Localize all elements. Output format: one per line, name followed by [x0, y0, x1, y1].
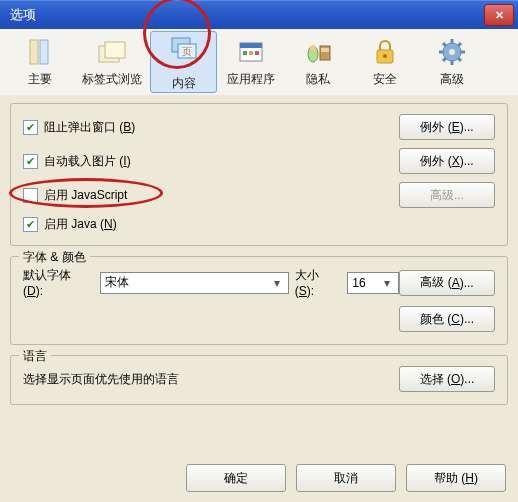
checkbox-icon — [23, 217, 38, 232]
tab-apps-label: 应用程序 — [227, 71, 275, 88]
size-select[interactable]: 16 ▾ — [347, 272, 399, 294]
dialog-footer: 确定 取消 帮助 (H) — [186, 464, 506, 492]
autoload-images-checkbox[interactable]: 自动载入图片 (I) — [23, 153, 131, 170]
size-value: 16 — [352, 276, 365, 290]
block-popup-checkbox[interactable]: 阻止弹出窗口 (B) — [23, 119, 135, 136]
fonts-group: 字体 & 颜色 默认字体 (D): 宋体 ▾ 大小 (S): 16 ▾ 高级 (… — [10, 256, 508, 345]
tab-tabbed-label: 标签式浏览 — [82, 71, 142, 88]
block-popup-label: 阻止弹出窗口 (B) — [44, 119, 135, 136]
content-group: 阻止弹出窗口 (B) 例外 (E)... 自动载入图片 (I) 例外 (X)..… — [10, 103, 508, 246]
gear-icon — [436, 36, 468, 68]
checkbox-icon — [23, 188, 38, 203]
language-group: 语言 选择显示页面优先使用的语言 选择 (O)... — [10, 355, 508, 405]
close-button[interactable]: ✕ — [484, 4, 514, 26]
content-icon: 页 — [168, 32, 200, 64]
tab-advanced-label: 高级 — [440, 71, 464, 88]
svg-line-25 — [458, 58, 461, 61]
enable-java-checkbox[interactable]: 启用 Java (N) — [23, 216, 117, 233]
tab-content[interactable]: 页 内容 — [150, 31, 217, 93]
enable-java-label: 启用 Java (N) — [44, 216, 117, 233]
svg-line-27 — [458, 43, 461, 46]
tab-privacy[interactable]: 隐私 — [284, 31, 351, 93]
tab-tabbed[interactable]: 标签式浏览 — [73, 31, 150, 93]
svg-rect-15 — [321, 48, 329, 52]
titlebar: 选项 ✕ — [0, 0, 518, 29]
enable-js-label: 启用 JavaScript — [44, 187, 127, 204]
svg-rect-0 — [30, 40, 38, 64]
chevron-down-icon: ▾ — [270, 276, 284, 290]
size-label: 大小 (S): — [295, 267, 341, 298]
svg-point-17 — [383, 54, 387, 58]
svg-rect-11 — [255, 51, 259, 55]
tab-advanced[interactable]: 高级 — [418, 31, 485, 93]
font-select[interactable]: 宋体 ▾ — [100, 272, 289, 294]
checkbox-icon — [23, 154, 38, 169]
privacy-icon — [302, 36, 334, 68]
choose-lang-button[interactable]: 选择 (O)... — [399, 366, 495, 392]
fonts-legend: 字体 & 颜色 — [19, 249, 90, 266]
defaultfont-label: 默认字体 (D): — [23, 267, 94, 298]
window-title: 选项 — [4, 6, 36, 24]
svg-point-13 — [310, 45, 316, 51]
tab-apps[interactable]: 应用程序 — [217, 31, 284, 93]
chevron-down-icon: ▾ — [380, 276, 394, 290]
ok-button[interactable]: 确定 — [186, 464, 286, 492]
font-advanced-button[interactable]: 高级 (A)... — [399, 270, 495, 296]
apps-icon — [235, 36, 267, 68]
lang-desc: 选择显示页面优先使用的语言 — [23, 371, 179, 388]
main-icon — [24, 36, 56, 68]
tab-content-label: 内容 — [172, 75, 196, 92]
svg-rect-10 — [249, 51, 253, 55]
svg-line-26 — [443, 58, 446, 61]
color-button[interactable]: 颜色 (C)... — [399, 306, 495, 332]
enable-js-checkbox[interactable]: 启用 JavaScript — [23, 187, 127, 204]
exceptions-e-button[interactable]: 例外 (E)... — [399, 114, 495, 140]
svg-rect-1 — [40, 40, 48, 64]
tab-privacy-label: 隐私 — [306, 71, 330, 88]
help-button[interactable]: 帮助 (H) — [406, 464, 506, 492]
autoload-images-label: 自动载入图片 (I) — [44, 153, 131, 170]
tab-main-label: 主要 — [28, 71, 52, 88]
lock-icon — [369, 36, 401, 68]
tab-main[interactable]: 主要 — [6, 31, 73, 93]
advanced-js-button[interactable]: 高级... — [399, 182, 495, 208]
font-value: 宋体 — [105, 274, 129, 291]
lang-legend: 语言 — [19, 348, 51, 365]
checkbox-icon — [23, 120, 38, 135]
exceptions-x-button[interactable]: 例外 (X)... — [399, 148, 495, 174]
tab-security-label: 安全 — [373, 71, 397, 88]
category-toolbar: 主要 标签式浏览 页 内容 应用程序 隐私 — [0, 29, 518, 95]
tabs-icon — [96, 36, 128, 68]
svg-rect-3 — [105, 42, 125, 58]
tab-security[interactable]: 安全 — [351, 31, 418, 93]
svg-line-24 — [443, 43, 446, 46]
svg-point-19 — [449, 49, 455, 55]
svg-rect-9 — [243, 51, 247, 55]
cancel-button[interactable]: 取消 — [296, 464, 396, 492]
svg-text:页: 页 — [182, 46, 192, 57]
svg-rect-8 — [240, 43, 262, 48]
